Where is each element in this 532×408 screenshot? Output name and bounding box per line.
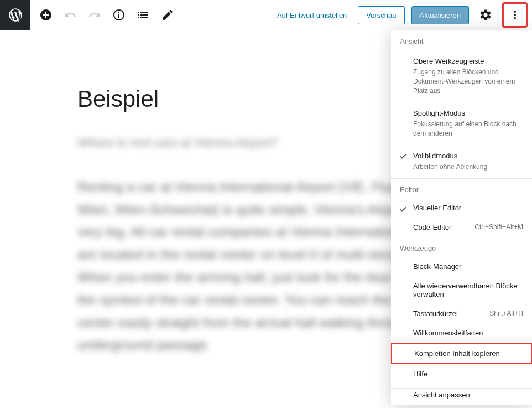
menu-label: Kompletten Inhalt kopieren xyxy=(414,349,500,358)
menu-label: Willkommensleitfaden xyxy=(413,329,483,337)
menu-label: Visueller Editor xyxy=(413,204,461,212)
redo-icon xyxy=(88,8,101,22)
check-icon xyxy=(399,152,408,162)
menu-welcome-guide[interactable]: Willkommensleitfaden xyxy=(391,323,532,343)
menu-reusable-blocks[interactable]: Alle wiederverwendbaren Blöcke verwalten xyxy=(391,276,532,304)
menu-top-toolbar[interactable]: Obere Werkzeugleiste Zugang zu allen Blö… xyxy=(391,50,532,102)
settings-button[interactable] xyxy=(476,5,496,25)
gear-icon xyxy=(479,8,492,22)
wordpress-icon xyxy=(8,7,23,23)
section-editor: Editor xyxy=(391,178,532,198)
section-view: Ansicht xyxy=(391,30,532,50)
menu-title: Obere Werkzeugleiste xyxy=(413,57,523,65)
menu-label: Block-Manager xyxy=(413,262,461,271)
edit-button[interactable] xyxy=(158,5,178,25)
menu-customize-view[interactable]: Ansicht anpassen xyxy=(391,388,532,405)
kebab-icon xyxy=(508,8,521,22)
more-menu-button[interactable] xyxy=(505,5,525,25)
menu-label: Tastaturkürzel xyxy=(413,309,458,318)
menu-block-manager[interactable]: Block-Manager xyxy=(391,257,532,276)
undo-icon xyxy=(64,8,77,22)
info-button[interactable] xyxy=(109,5,129,25)
menu-label: Ansicht anpassen xyxy=(413,391,470,399)
switch-draft-link[interactable]: Auf Entwurf umstellen xyxy=(273,11,351,19)
menu-desc: Zugang zu allen Blöcken und Dokument-Wer… xyxy=(413,68,523,95)
plus-circle-icon xyxy=(39,8,53,22)
menu-label: Hilfe xyxy=(413,370,427,378)
menu-title: Spotlight-Modus xyxy=(413,109,523,117)
undo-button[interactable] xyxy=(60,5,80,25)
menu-code-editor[interactable]: Code-Editor Ctrl+Shift+Alt+M xyxy=(391,218,532,237)
redo-button[interactable] xyxy=(85,5,105,25)
menu-label: Alle wiederverwendbaren Blöcke verwalten xyxy=(413,282,523,298)
check-icon xyxy=(399,205,408,215)
outline-button[interactable] xyxy=(133,5,153,25)
wp-logo[interactable] xyxy=(0,0,30,30)
list-icon xyxy=(137,8,150,22)
pencil-icon xyxy=(161,8,174,22)
editor-toolbar: Auf Entwurf umstellen Vorschau Aktualisi… xyxy=(0,0,532,30)
menu-keyboard-shortcuts[interactable]: Tastaturkürzel Shift+Alt+H xyxy=(391,304,532,323)
section-tools: Werkzeuge xyxy=(391,237,532,257)
menu-desc: Fokussierung auf einen Block nach dem an… xyxy=(413,120,523,138)
add-block-button[interactable] xyxy=(36,5,56,25)
options-dropdown: Ansicht Obere Werkzeugleiste Zugang zu a… xyxy=(391,30,532,405)
info-icon xyxy=(112,8,126,22)
menu-visual-editor[interactable]: Visueller Editor xyxy=(391,198,532,218)
update-button[interactable]: Aktualisieren xyxy=(411,6,469,24)
menu-desc: Arbeiten ohne Ablenkung xyxy=(413,162,523,172)
shortcut: Shift+Alt+H xyxy=(489,309,523,317)
menu-label: Code-Editor xyxy=(413,223,451,231)
menu-title: Vollbildmodus xyxy=(413,152,523,160)
menu-help[interactable]: Hilfe xyxy=(391,364,532,384)
more-menu-highlight xyxy=(502,2,528,28)
shortcut: Ctrl+Shift+Alt+M xyxy=(474,223,523,231)
preview-button[interactable]: Vorschau xyxy=(358,6,404,24)
toolbar-right: Auf Entwurf umstellen Vorschau Aktualisi… xyxy=(273,2,532,28)
toolbar-left xyxy=(30,5,178,25)
menu-spotlight[interactable]: Spotlight-Modus Fokussierung auf einen B… xyxy=(391,102,532,145)
menu-fullscreen[interactable]: Vollbildmodus Arbeiten ohne Ablenkung xyxy=(391,145,532,178)
menu-copy-all-content[interactable]: Kompletten Inhalt kopieren xyxy=(391,343,532,364)
